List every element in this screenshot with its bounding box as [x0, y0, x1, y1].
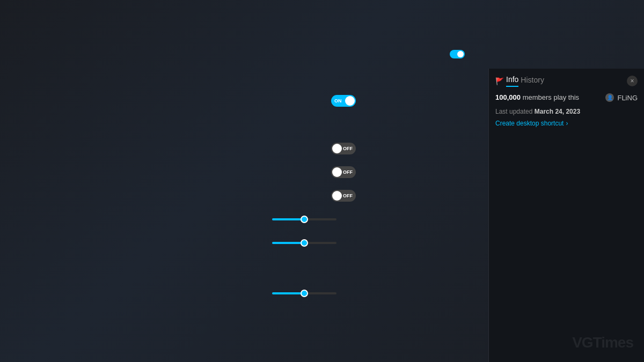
- updated-text: Last updated March 24, 2023: [495, 108, 638, 115]
- toggle-off-label: OFF: [343, 169, 353, 175]
- movement-speed-thumb[interactable]: [301, 216, 308, 223]
- pesetas-multiplier-fill: [272, 292, 304, 294]
- pesetas-multiplier-thumb[interactable]: [301, 290, 308, 297]
- create-shortcut-link[interactable]: Create desktop shortcut ›: [495, 120, 638, 127]
- toggle-knob: [332, 191, 342, 201]
- pesetas-multiplier-track[interactable]: [272, 292, 336, 294]
- defense-multiplier-track[interactable]: [272, 242, 336, 244]
- toggle-off-label: OFF: [343, 146, 353, 151]
- author-avatar: 👤: [605, 93, 614, 102]
- movement-speed-fill: [272, 218, 304, 220]
- toggle-knob: [332, 144, 342, 153]
- create-shortcut-label: Create desktop shortcut: [495, 120, 564, 127]
- app-container: W 🔍 Home My games Explore Creators W WeM…: [0, 0, 644, 362]
- author-name: FLiNG: [617, 94, 638, 102]
- info-panel-header: 🚩 Info History ×: [495, 75, 638, 87]
- defense-multiplier-fill: [272, 242, 304, 244]
- updated-label: Last updated: [495, 108, 532, 115]
- author-row: 👤 FLiNG: [605, 93, 638, 102]
- flag-icon: 🚩: [495, 77, 504, 85]
- save-toggle[interactable]: [450, 50, 465, 58]
- external-link-icon: ›: [566, 120, 568, 127]
- members-count-text: 100,000 members play this: [495, 93, 579, 101]
- toggle-on-label: ON: [334, 98, 342, 104]
- toggle-off-label: OFF: [343, 193, 353, 198]
- info-members-row: 100,000 members play this 👤 FLiNG: [495, 93, 638, 105]
- unlimited-health-toggle[interactable]: ON: [331, 95, 356, 107]
- updated-date: March 24, 2023: [535, 108, 580, 115]
- members-count: 100,000: [495, 93, 521, 101]
- members-text: members play this: [523, 93, 579, 101]
- movement-speed-track[interactable]: [272, 218, 336, 220]
- info-tab-button[interactable]: Info: [506, 75, 518, 87]
- close-panel-button[interactable]: ×: [627, 76, 638, 86]
- info-panel: 🚩 Info History × 100,000 members play th…: [488, 69, 644, 362]
- defense-multiplier-thumb[interactable]: [301, 239, 308, 247]
- unlimited-ammo-toggle[interactable]: OFF: [331, 143, 356, 154]
- toggle-knob: [332, 167, 342, 177]
- history-tab-button[interactable]: History: [521, 76, 544, 86]
- toggle-knob: [345, 96, 355, 106]
- unlimited-knife-toggle[interactable]: OFF: [331, 190, 356, 202]
- no-reload-toggle[interactable]: OFF: [331, 166, 356, 178]
